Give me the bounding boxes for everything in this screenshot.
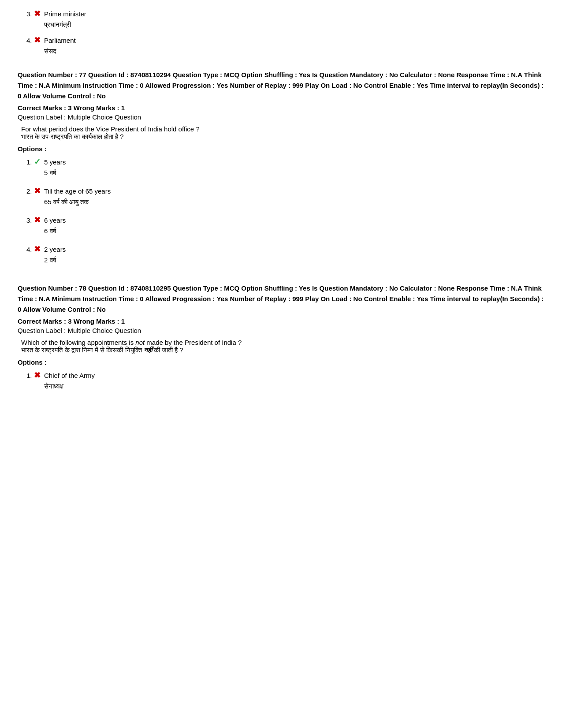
q77-option-3-content: 6 years 6 वर्ष [44,215,66,236]
option-hindi-3: प्रधानमंत्री [44,19,86,30]
q77-opt3-num: 3. [26,217,32,224]
q77-option-1: 1. ✓ 5 years 5 वर्ष [18,157,544,178]
previous-answers-section: 3. ✖ Prime minister प्रधानमंत्री 4. ✖ Pa… [18,9,544,56]
q77-option-3-number: 3. ✖ [26,215,44,225]
q78-opt1-hi: सेनाध्यक्ष [44,381,95,392]
option-num-label: 3. [26,10,32,18]
q78-option-1-content: Chief of the Army सेनाध्यक्ष [44,370,95,392]
option-number-4: 4. ✖ [26,35,44,45]
prev-option-3: 3. ✖ Prime minister प्रधानमंत्री [18,9,544,30]
q77-options-heading: Options : [18,145,544,153]
q78-hi-suffix: की जाती है ? [152,346,183,354]
q77-option-2-content: Till the age of 65 years 65 वर्ष की आयु … [44,186,111,207]
q77-option-2: 2. ✖ Till the age of 65 years 65 वर्ष की… [18,186,544,207]
q77-option-3: 3. ✖ 6 years 6 वर्ष [18,215,544,236]
q77-question-text: For what period does the Vice President … [18,125,544,141]
q78-en-suffix: made by the President of India ? [145,339,242,346]
q77-option-4-content: 2 years 2 वर्ष [44,244,66,265]
q77-meta: Question Number : 77 Question Id : 87408… [18,70,544,101]
q78-hi-prefix: भारत के राष्ट्रपति के द्वारा निम्न में स… [21,346,144,354]
q77-opt2-num: 2. [26,187,32,195]
q78-option-1-number: 1. ✖ [26,370,44,380]
q77-question-en: For what period does the Vice President … [21,125,544,133]
q78-label: Question Label : Multiple Choice Questio… [18,327,544,334]
q78-question-en: Which of the following appointments is n… [21,339,544,346]
option-hindi-4: संसद [44,46,76,56]
q78-en-prefix: Which of the following appointments is [21,339,135,346]
q78-hi-italic: नहीं [144,346,152,354]
q77-opt4-en: 2 years [44,244,66,255]
cross-icon-4: ✖ [34,35,41,45]
q77-correct-wrong: Correct Marks : 3 Wrong Marks : 1 [18,104,544,112]
q78-meta: Question Number : 78 Question Id : 87408… [18,283,544,315]
q77-opt1-num: 1. [26,158,32,166]
q77-opt3-en: 6 years [44,215,66,226]
q78-opt1-en: Chief of the Army [44,370,95,381]
q77-option-1-number: 1. ✓ [26,157,44,167]
q78-section: Question Number : 78 Question Id : 87408… [18,283,544,392]
q77-opt4-num: 4. [26,246,32,253]
q77-section: Question Number : 77 Question Id : 87408… [18,70,544,265]
q77-option-4: 4. ✖ 2 years 2 वर्ष [18,244,544,265]
q77-option-4-number: 4. ✖ [26,244,44,254]
option-num-label-4: 4. [26,37,32,44]
prev-option-4: 4. ✖ Parliament संसद [18,35,544,56]
option-content-4: Parliament संसद [44,35,76,56]
q77-opt4-hi: 2 वर्ष [44,255,66,265]
q78-opt1-num: 1. [26,372,32,379]
q77-opt2-hi: 65 वर्ष की आयु तक [44,197,111,207]
q77-opt3-hi: 6 वर्ष [44,226,66,236]
option-number-3: 3. ✖ [26,9,44,19]
q77-opt1-check-icon: ✓ [34,157,41,167]
q77-opt2-cross-icon: ✖ [34,186,41,196]
q77-opt1-en: 5 years [44,157,66,168]
q78-question-hi: भारत के राष्ट्रपति के द्वारा निम्न में स… [21,346,544,354]
q77-opt3-cross-icon: ✖ [34,215,41,225]
q77-label: Question Label : Multiple Choice Questio… [18,113,544,121]
q78-correct-wrong: Correct Marks : 3 Wrong Marks : 1 [18,317,544,325]
q78-en-italic: not [135,339,145,346]
q77-option-2-number: 2. ✖ [26,186,44,196]
option-content-3: Prime minister प्रधानमंत्री [44,9,86,30]
option-english-4: Parliament [44,35,76,46]
q77-question-hi: भारत के उप-राष्ट्रपति का कार्यकाल होता ह… [21,133,544,141]
q78-question-text: Which of the following appointments is n… [18,339,544,354]
q77-opt2-en: Till the age of 65 years [44,186,111,197]
q77-opt4-cross-icon: ✖ [34,244,41,254]
q77-option-1-content: 5 years 5 वर्ष [44,157,66,178]
q78-opt1-cross-icon: ✖ [34,370,41,380]
q78-option-1: 1. ✖ Chief of the Army सेनाध्यक्ष [18,370,544,392]
q77-opt1-hi: 5 वर्ष [44,168,66,178]
option-english-3: Prime minister [44,9,86,19]
q78-options-heading: Options : [18,358,544,366]
cross-icon-3: ✖ [34,9,41,19]
